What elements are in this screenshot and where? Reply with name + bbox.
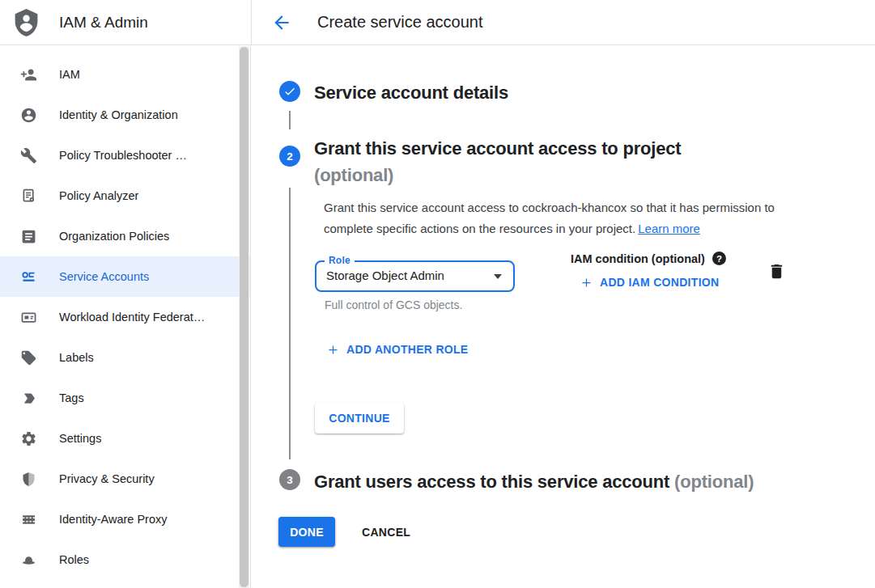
sidebar-item-organization-policies[interactable]: Organization Policies <box>0 216 250 256</box>
sidebar-item-label: Organization Policies <box>59 230 169 243</box>
service-account-icon <box>19 268 37 286</box>
stepper-connector <box>289 111 291 129</box>
step1-complete-icon <box>279 81 300 102</box>
sidebar-item-identity-aware-proxy[interactable]: Identity-Aware Proxy <box>0 499 250 539</box>
step2-description-text: Grant this service account access to coc… <box>324 201 775 235</box>
step2-description: Grant this service account access to coc… <box>324 197 801 239</box>
role-select[interactable]: Role Storage Object Admin <box>315 260 515 292</box>
top-header: IAM & Admin Create service account <box>0 0 875 45</box>
hat-icon <box>19 551 37 569</box>
add-another-role-button[interactable]: ADD ANOTHER ROLE <box>327 343 469 356</box>
sidebar-item-label: Roles <box>59 553 89 566</box>
sidebar-item-policy-analyzer[interactable]: Policy Analyzer <box>0 176 250 216</box>
sidebar-item-roles[interactable]: Roles <box>0 539 250 580</box>
sidebar-item-iam[interactable]: IAM <box>0 54 250 95</box>
sidebar-item-identity-organization[interactable]: Identity & Organization <box>0 95 250 135</box>
gear-icon <box>19 429 37 447</box>
role-selected-value: Storage Object Admin <box>326 262 444 290</box>
sidebar-spacer <box>0 46 250 54</box>
plus-icon <box>580 277 593 289</box>
chevron-down-icon <box>494 274 502 279</box>
sidebar-item-workload-identity-federation[interactable]: Workload Identity Federat… <box>0 297 250 337</box>
back-button[interactable] <box>270 11 294 35</box>
step1-title: Service account details <box>314 82 508 104</box>
iam-condition-label: IAM condition (optional) <box>571 252 705 265</box>
document-gear-icon <box>19 187 37 205</box>
continue-button[interactable]: CONTINUE <box>315 403 404 434</box>
role-helper-text: Full control of GCS objects. <box>325 298 462 311</box>
cancel-button[interactable]: CANCEL <box>349 517 423 547</box>
account-circle-icon <box>19 106 37 124</box>
shield-person-icon <box>11 7 41 38</box>
sidebar-item-label: Settings <box>59 432 101 445</box>
step2-optional-label: (optional) <box>314 162 800 188</box>
trash-icon <box>767 271 786 283</box>
page-title: Create service account <box>317 0 483 44</box>
sidebar-item-label: Labels <box>59 351 94 364</box>
step3-title-text: Grant users access to this service accou… <box>314 472 669 492</box>
sidebar-nav: IAM Identity & Organization Policy Troub… <box>0 46 251 588</box>
add-iam-condition-button[interactable]: ADD IAM CONDITION <box>580 276 719 289</box>
sidebar-item-policy-troubleshooter[interactable]: Policy Troubleshooter … <box>0 135 250 176</box>
iam-condition-header: IAM condition (optional) ? <box>571 252 726 265</box>
sidebar-scrollbar-track[interactable] <box>239 46 249 588</box>
badge-card-icon <box>19 308 37 326</box>
stepper-connector <box>289 188 291 459</box>
create-service-account-form: Service account details 2 Grant this ser… <box>252 46 875 588</box>
learn-more-link[interactable]: Learn more <box>638 222 700 235</box>
delete-role-button[interactable] <box>766 262 787 283</box>
plus-icon <box>327 344 339 356</box>
done-button[interactable]: DONE <box>278 517 335 547</box>
app-title: IAM & Admin <box>59 0 148 44</box>
step2-title: Grant this service account access to pro… <box>314 135 800 188</box>
sidebar-item-service-accounts[interactable]: Service Accounts <box>0 256 250 297</box>
shield-half-icon <box>19 470 37 488</box>
step3-optional-label: (optional) <box>674 472 754 492</box>
sidebar-item-label: Identity & Organization <box>59 108 178 121</box>
sidebar-item-tags[interactable]: Tags <box>0 378 250 418</box>
sidebar-item-label: Identity-Aware Proxy <box>59 513 168 526</box>
label-tag-icon <box>19 349 37 366</box>
sidebar-item-label: IAM <box>59 68 80 81</box>
sidebar-item-label: Policy Analyzer <box>59 189 138 202</box>
striped-square-icon <box>19 510 37 528</box>
tag-arrow-icon <box>19 389 37 407</box>
sidebar-scrollbar-thumb[interactable] <box>240 47 248 587</box>
sidebar-item-settings[interactable]: Settings <box>0 418 250 459</box>
header-divider <box>251 0 252 45</box>
step2-title-text: Grant this service account access to pro… <box>314 138 681 159</box>
sidebar-item-label: Service Accounts <box>59 270 149 283</box>
sidebar-item-privacy-security[interactable]: Privacy & Security <box>0 459 250 499</box>
step2-number-badge: 2 <box>279 146 300 167</box>
sidebar-item-label: Workload Identity Federat… <box>59 311 205 324</box>
sidebar-item-label: Privacy & Security <box>59 472 155 485</box>
wrench-icon <box>19 146 37 164</box>
article-icon <box>19 227 37 245</box>
person-add-icon <box>19 66 37 83</box>
step3-number-badge: 3 <box>279 469 300 490</box>
step3-title: Grant users access to this service accou… <box>314 472 754 493</box>
add-another-role-label: ADD ANOTHER ROLE <box>346 343 469 356</box>
iam-admin-console: IAM & Admin Create service account IAM I… <box>0 0 875 588</box>
sidebar-item-label: Tags <box>59 391 84 404</box>
add-iam-condition-label: ADD IAM CONDITION <box>600 276 719 289</box>
sidebar-item-label: Policy Troubleshooter … <box>59 149 187 162</box>
help-icon[interactable]: ? <box>712 252 726 265</box>
arrow-back-icon <box>271 23 292 36</box>
sidebar-item-labels[interactable]: Labels <box>0 337 250 378</box>
